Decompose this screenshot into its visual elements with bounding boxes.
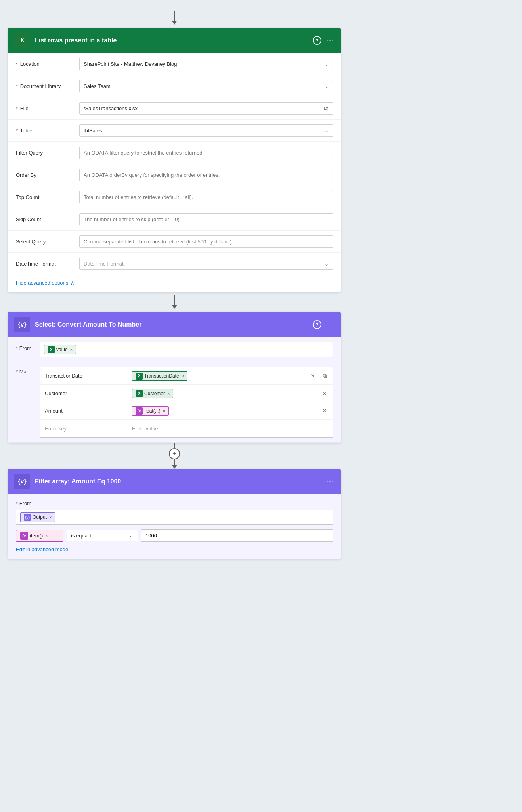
document-library-row: * Document Library Sales Team ⌄ bbox=[8, 75, 341, 97]
location-select[interactable]: SharePoint Site - Matthew Devaney Blog ⌄ bbox=[79, 58, 333, 70]
arrow-with-add: + bbox=[169, 443, 180, 469]
select-card-body: * From X value × * Map bbox=[8, 337, 341, 443]
map-row-0-delete-icon[interactable]: × bbox=[308, 371, 317, 381]
filter-query-label: Filter Query bbox=[16, 150, 79, 156]
file-label: * File bbox=[16, 105, 79, 111]
datetime-format-select[interactable]: DateTime Format. ⌄ bbox=[79, 258, 333, 270]
filter-operator-value: is equal to bbox=[71, 533, 94, 539]
flow-container: X List rows present in a table ? ··· * L… bbox=[8, 8, 341, 559]
float-close-icon[interactable]: × bbox=[163, 409, 165, 413]
file-value: /SalesTransactions.xlsx bbox=[84, 105, 138, 111]
file-browse-icon[interactable]: 🗂 bbox=[323, 105, 329, 111]
filter-query-input[interactable] bbox=[79, 147, 333, 159]
float-tag: fx float(...) × bbox=[132, 406, 169, 416]
map-row-1: Customer X Customer × × bbox=[40, 385, 333, 402]
output-close-icon[interactable]: × bbox=[49, 515, 52, 520]
table-value: tblSales bbox=[84, 128, 102, 134]
map-row-0-actions: × ⧉ bbox=[305, 371, 333, 381]
add-step-button[interactable]: + bbox=[169, 448, 180, 459]
select-card-header: {v} Select: Convert Amount To Number ? ·… bbox=[8, 312, 341, 337]
hide-advanced-label: Hide advanced options bbox=[16, 280, 68, 286]
map-table: TransactionDate X TransactionDate × × ⧉ bbox=[40, 367, 333, 438]
excel-more-button[interactable]: ··· bbox=[326, 36, 335, 45]
excel-card-header: X List rows present in a table ? ··· bbox=[8, 28, 341, 53]
map-row-0-copy-icon[interactable]: ⧉ bbox=[320, 371, 329, 381]
table-select[interactable]: tblSales ⌄ bbox=[79, 124, 333, 137]
map-row-1-delete-icon[interactable]: × bbox=[320, 389, 329, 398]
filter-logo-icon: {v} bbox=[18, 478, 26, 485]
transaction-date-excel-icon: X bbox=[136, 373, 143, 380]
skip-count-input[interactable] bbox=[79, 213, 333, 225]
select-card-title: Select: Convert Amount To Number bbox=[35, 321, 313, 328]
select-from-row: * From X value × bbox=[8, 337, 341, 362]
map-row-new: Enter key Enter value bbox=[40, 420, 333, 437]
document-library-value: Sales Team bbox=[84, 83, 111, 89]
item-tag-text: item() bbox=[30, 533, 43, 539]
location-chevron-icon: ⌄ bbox=[325, 61, 329, 67]
map-value-2: fx float(...) × bbox=[127, 403, 317, 419]
filter-card-icon: {v} bbox=[14, 474, 30, 489]
filter-card-title: Filter array: Amount Eq 1000 bbox=[35, 478, 326, 485]
doc-lib-required-mark: * bbox=[16, 83, 18, 89]
select-help-button[interactable]: ? bbox=[313, 320, 321, 329]
datetime-format-label: DateTime Format bbox=[16, 261, 79, 267]
datetime-format-row: DateTime Format DateTime Format. ⌄ bbox=[8, 253, 341, 275]
order-by-row: Order By bbox=[8, 164, 341, 186]
customer-excel-icon: X bbox=[136, 390, 143, 397]
map-key-new[interactable]: Enter key bbox=[40, 422, 127, 435]
document-library-select[interactable]: Sales Team ⌄ bbox=[79, 80, 333, 92]
doc-lib-chevron-icon: ⌄ bbox=[325, 84, 329, 89]
customer-tag: X Customer × bbox=[132, 389, 173, 398]
location-row: * Location SharePoint Site - Matthew Dev… bbox=[8, 53, 341, 75]
filter-condition-row: fx item() × is equal to ⌄ bbox=[16, 529, 333, 542]
excel-card-icon: X bbox=[14, 32, 30, 48]
from-tag-close-icon[interactable]: × bbox=[70, 347, 73, 352]
file-input[interactable]: /SalesTransactions.xlsx 🗂 bbox=[79, 102, 333, 115]
map-key-0: TransactionDate bbox=[40, 370, 127, 382]
excel-card-title: List rows present in a table bbox=[35, 37, 313, 44]
item-fx-icon: fx bbox=[20, 532, 28, 540]
top-count-label: Top Count bbox=[16, 194, 79, 200]
filter-more-button[interactable]: ··· bbox=[326, 478, 335, 486]
item-tag-close-icon[interactable]: × bbox=[45, 533, 48, 538]
arrow-head-1 bbox=[172, 305, 177, 309]
top-count-row: Top Count bbox=[8, 186, 341, 208]
top-count-input[interactable] bbox=[79, 191, 333, 203]
customer-close-icon[interactable]: × bbox=[167, 391, 170, 396]
variable-logo-icon: {v} bbox=[18, 321, 26, 328]
select-card-actions: ? ··· bbox=[313, 320, 335, 329]
filter-value-input[interactable] bbox=[141, 529, 333, 542]
map-row-1-actions: × bbox=[317, 389, 333, 398]
filter-card-actions: ··· bbox=[326, 478, 335, 486]
select-from-input[interactable]: X value × bbox=[40, 342, 333, 357]
select-more-button[interactable]: ··· bbox=[326, 321, 335, 329]
map-required-mark: * bbox=[16, 369, 18, 374]
order-by-input[interactable] bbox=[79, 169, 333, 181]
location-value: SharePoint Site - Matthew Devaney Blog bbox=[84, 61, 177, 67]
arrow-line bbox=[174, 11, 175, 21]
excel-card-actions: ? ··· bbox=[313, 36, 335, 45]
excel-help-button[interactable]: ? bbox=[313, 36, 321, 45]
map-value-new[interactable]: Enter value bbox=[127, 422, 333, 435]
edit-advanced-button[interactable]: Edit in advanced mode bbox=[16, 546, 333, 552]
transaction-date-close-icon[interactable]: × bbox=[182, 374, 184, 378]
select-query-input[interactable] bbox=[79, 235, 333, 248]
edit-advanced-label: Edit in advanced mode bbox=[16, 546, 68, 552]
datetime-format-placeholder: DateTime Format. bbox=[84, 261, 125, 267]
order-by-label: Order By bbox=[16, 172, 79, 178]
map-key-1: Customer bbox=[40, 387, 127, 399]
map-row-2-delete-icon[interactable]: × bbox=[320, 406, 329, 416]
arrow-line-2 bbox=[174, 443, 175, 448]
from-required-mark: * bbox=[16, 345, 18, 351]
file-required-mark: * bbox=[16, 105, 18, 111]
from-excel-icon: X bbox=[48, 346, 55, 353]
filter-operator-select[interactable]: is equal to ⌄ bbox=[67, 530, 138, 541]
filter-card-body: * From {v} Output × fx item() × is equal… bbox=[8, 494, 341, 559]
hide-advanced-button[interactable]: Hide advanced options ∧ bbox=[8, 275, 341, 292]
filter-from-input[interactable]: {v} Output × bbox=[16, 510, 333, 525]
select-query-label: Select Query bbox=[16, 239, 79, 245]
file-row: * File /SalesTransactions.xlsx 🗂 bbox=[8, 97, 341, 120]
top-arrow bbox=[172, 8, 177, 28]
select-card: {v} Select: Convert Amount To Number ? ·… bbox=[8, 312, 341, 443]
select-query-row: Select Query bbox=[8, 231, 341, 253]
